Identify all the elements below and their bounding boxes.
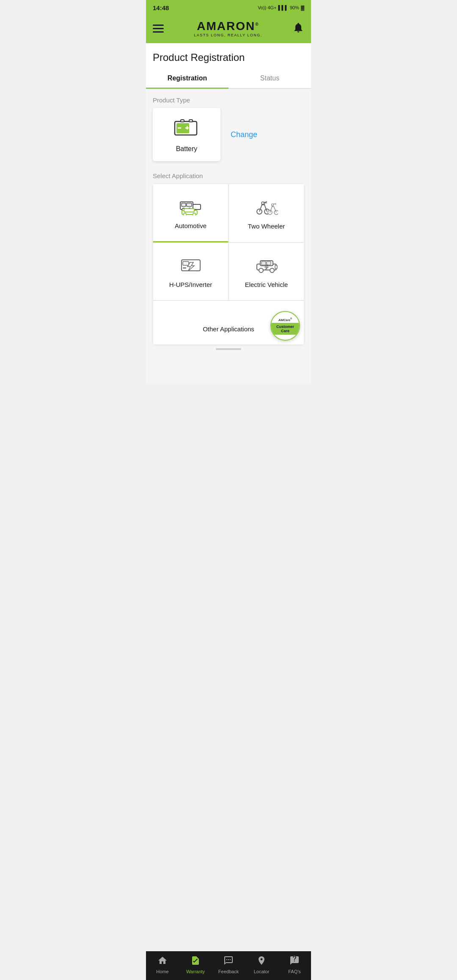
app-hups-label: H-UPS/Inverter [169,281,212,288]
select-application-label: Select Application [146,165,311,184]
svg-point-21 [262,202,264,204]
tab-status[interactable]: Status [228,69,311,88]
status-time: 14:48 [153,4,169,11]
battery-status: 90% [290,5,299,10]
svg-point-30 [259,268,263,273]
electric-vehicle-icon [255,255,278,276]
page-title-section: Product Registration [146,43,311,69]
two-wheeler-icon [255,196,278,217]
tab-bar: Registration Status [146,69,311,89]
customer-care-button[interactable]: AMCare® Customer Care [270,311,300,341]
product-type-area: Battery Change [146,108,311,161]
page-title: Product Registration [153,52,304,63]
app-other-label: Other Applications [203,325,254,333]
product-type-label: Product Type [146,89,311,108]
app-card-two-wheeler[interactable]: Two Wheeler [228,184,304,242]
svg-rect-2 [189,120,193,122]
scroll-indicator [216,348,241,350]
status-icons: Vo)) 4G+ ▌▌▌ 90% ▓ [258,5,304,10]
app-electric-vehicle-label: Electric Vehicle [245,281,288,288]
battery-product-icon [173,116,200,141]
app-card-electric-vehicle[interactable]: Electric Vehicle [228,242,304,300]
svg-rect-24 [183,267,186,269]
svg-rect-14 [184,209,194,212]
customer-care-logo: AMCare® [271,317,299,323]
svg-rect-25 [183,262,189,265]
automotive-icon [179,196,202,217]
svg-point-16 [193,213,195,216]
svg-point-31 [270,268,274,273]
other-apps-container: Other Applications AMCare® Customer Care [153,300,304,345]
app-card-automotive[interactable]: Automotive [153,184,228,242]
svg-rect-10 [187,203,192,206]
logo-tagline: LASTS LONG, REALLY LONG. [194,33,262,37]
svg-rect-4 [178,127,181,129]
tab-registration[interactable]: Registration [146,69,228,88]
svg-point-22 [271,204,273,206]
battery-icon: ▓ [301,5,304,10]
application-grid: Automotive [153,184,304,345]
svg-rect-29 [267,262,271,265]
change-product-button[interactable]: Change [227,127,261,143]
signal-bars: ▌▌▌ [278,5,288,10]
notification-button[interactable] [292,22,304,35]
svg-rect-1 [181,120,184,122]
svg-rect-28 [262,262,266,265]
app-automotive-label: Automotive [175,222,206,229]
app-card-hups-inverter[interactable]: H-UPS/Inverter [153,242,228,300]
svg-point-15 [183,213,186,216]
logo: AMARON® LASTS LONG, REALLY LONG. [194,19,262,37]
svg-rect-9 [182,203,186,206]
main-content: Product Registration Registration Status… [146,43,311,384]
product-card-battery[interactable]: Battery [153,108,220,161]
status-bar: 14:48 Vo)) 4G+ ▌▌▌ 90% ▓ [146,0,311,15]
hups-inverter-icon [179,255,202,276]
app-header: AMARON® LASTS LONG, REALLY LONG. [146,15,311,43]
hamburger-button[interactable] [153,25,164,33]
svg-rect-6 [187,126,188,129]
app-two-wheeler-label: Two Wheeler [248,223,285,230]
customer-care-label: Customer Care [271,323,299,335]
sim-icon: Vo)) 4G+ [258,5,276,10]
svg-rect-32 [275,265,277,269]
logo-text: AMARON® [194,19,262,33]
product-card-battery-label: Battery [176,145,198,153]
